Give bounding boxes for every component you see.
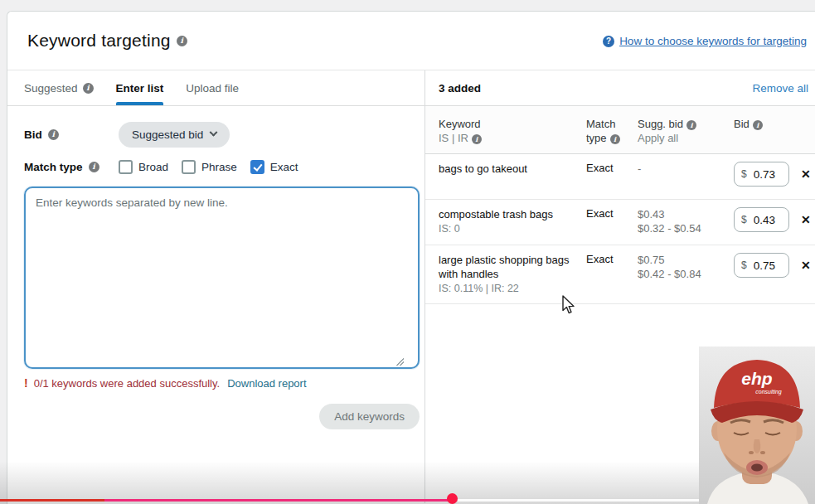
sugg-bid-info-icon[interactable]: i xyxy=(686,120,696,130)
bid-col-info-icon[interactable]: i xyxy=(753,120,763,130)
row-sugg-cell: - xyxy=(638,162,734,176)
row-sugg-bid: $0.43 xyxy=(638,207,734,221)
col-match-line2: typei xyxy=(586,131,638,145)
progress-watched-red xyxy=(0,499,104,502)
bid-input[interactable] xyxy=(754,214,783,226)
col-bid-title-text: Bid xyxy=(734,118,750,130)
apply-all-link[interactable]: Apply all xyxy=(638,131,734,145)
col-keyword-sub: IS | IRi xyxy=(439,131,586,145)
remove-keyword-button[interactable]: ✕ xyxy=(799,212,813,227)
error-text: 0/1 keywords were added successfully. xyxy=(34,377,220,390)
bid-row: Bid i Suggested bid xyxy=(24,122,408,148)
cap-logo-subtext: consulting xyxy=(755,389,782,395)
row-match-type: Exact xyxy=(586,207,638,220)
added-count: 3 added xyxy=(439,82,481,94)
table-row: compostable trash bags IS: 0 Exact $0.43… xyxy=(425,200,815,245)
match-type-info-icon[interactable]: i xyxy=(89,162,99,172)
col-bid: Bidi xyxy=(734,117,807,145)
row-sugg-bid: - xyxy=(638,162,734,176)
match-type-options: Broad Phrase Exact xyxy=(119,160,298,174)
row-sugg-range: $0.42 - $0.84 xyxy=(638,267,734,281)
error-icon: ! xyxy=(24,376,28,390)
tab-bar: Suggested i Enter list Upload file xyxy=(7,70,424,106)
currency-symbol: $ xyxy=(741,259,747,271)
col-match-line1: Match xyxy=(586,117,638,131)
tab-upload-file-label: Upload file xyxy=(186,82,239,94)
keywords-textarea-wrap xyxy=(24,187,408,372)
main-split: Suggested i Enter list Upload file Bid i xyxy=(7,70,815,503)
bid-input[interactable] xyxy=(754,168,783,181)
col-bid-title: Bidi xyxy=(734,117,807,131)
remove-all-link[interactable]: Remove all xyxy=(752,82,808,94)
keywords-textarea[interactable] xyxy=(24,187,420,369)
webcam-overlay: ehp consulting xyxy=(699,346,815,504)
added-keywords-list: bags to go takeout Exact - $ ✕ xyxy=(425,154,815,304)
row-keyword-text: compostable trash bags xyxy=(439,207,586,221)
exact-label: Exact xyxy=(270,161,298,173)
match-type-col-info-icon[interactable]: i xyxy=(610,134,620,144)
row-keyword-stats: IS: 0 xyxy=(439,222,586,236)
row-keyword-cell: large plastic shopping bags with handles… xyxy=(439,253,586,296)
match-type-row: Match type i Broad Phrase xyxy=(24,160,408,174)
help-link-group: ? How to choose keywords for targeting xyxy=(603,35,807,47)
remove-keyword-button[interactable]: ✕ xyxy=(799,258,813,273)
progress-playhead[interactable] xyxy=(447,493,458,504)
keyword-targeting-card: Keyword targeting i ? How to choose keyw… xyxy=(7,11,815,504)
phrase-checkbox-icon xyxy=(182,160,196,174)
col-match-line2-text: type xyxy=(586,132,607,144)
col-is-ir-label: IS | IR xyxy=(439,132,468,144)
table-header: Keyword IS | IRi Match typei Sugg. bidi … xyxy=(425,106,815,154)
chevron-down-icon xyxy=(210,128,218,137)
cap-logo-text: ehp xyxy=(741,369,773,388)
broad-checkbox-icon xyxy=(119,160,133,174)
currency-symbol: $ xyxy=(741,214,747,225)
col-keyword: Keyword IS | IRi xyxy=(439,117,586,145)
remove-keyword-button[interactable]: ✕ xyxy=(799,167,813,182)
bid-input-box: $ xyxy=(734,162,789,187)
row-match-type: Exact xyxy=(586,253,638,265)
title-info-icon[interactable]: i xyxy=(177,36,187,46)
phrase-label: Phrase xyxy=(201,161,237,173)
form-actions: Add keywords xyxy=(24,404,420,429)
row-keyword-text: bags to go takeout xyxy=(439,162,586,176)
row-sugg-bid: $0.75 xyxy=(638,253,734,267)
bid-label: Bid i xyxy=(24,128,119,141)
enter-list-form: Bid i Suggested bid Match type i xyxy=(7,106,424,429)
row-match-type: Exact xyxy=(586,162,638,174)
col-sugg-title-text: Sugg. bid xyxy=(638,118,683,130)
currency-symbol: $ xyxy=(741,168,747,180)
col-sugg-title: Sugg. bidi xyxy=(638,117,734,131)
row-keyword-cell: bags to go takeout xyxy=(439,162,586,176)
row-sugg-range: $0.32 - $0.54 xyxy=(638,221,734,235)
col-match-type: Match typei xyxy=(586,117,638,145)
left-pane: Suggested i Enter list Upload file Bid i xyxy=(7,70,425,503)
tab-enter-list-label: Enter list xyxy=(116,82,164,94)
is-ir-info-icon[interactable]: i xyxy=(472,134,482,144)
col-sugg-bid: Sugg. bidi Apply all xyxy=(638,117,734,145)
tab-enter-list[interactable]: Enter list xyxy=(116,70,164,105)
add-keywords-button[interactable]: Add keywords xyxy=(319,404,420,429)
col-keyword-title: Keyword xyxy=(439,117,586,131)
suggested-bid-dropdown[interactable]: Suggested bid xyxy=(119,122,230,148)
video-progress-bar[interactable] xyxy=(0,496,815,504)
row-keyword-cell: compostable trash bags IS: 0 xyxy=(439,207,586,236)
download-report-link[interactable]: Download report xyxy=(227,377,306,390)
error-message: ! 0/1 keywords were added successfully. … xyxy=(24,376,408,390)
table-row: bags to go takeout Exact - $ ✕ xyxy=(425,154,815,200)
tab-upload-file[interactable]: Upload file xyxy=(186,70,239,105)
bid-input-box: $ xyxy=(734,253,789,278)
bid-input[interactable] xyxy=(754,259,783,272)
mouse-cursor xyxy=(560,295,577,318)
table-row: large plastic shopping bags with handles… xyxy=(425,245,815,304)
row-sugg-cell: $0.75 $0.42 - $0.84 xyxy=(638,253,734,281)
bid-info-icon[interactable]: i xyxy=(48,129,59,140)
tab-suggested[interactable]: Suggested i xyxy=(24,70,94,105)
checkbox-phrase[interactable]: Phrase xyxy=(182,160,237,174)
checkbox-broad[interactable]: Broad xyxy=(119,160,168,174)
card-header: Keyword targeting i ? How to choose keyw… xyxy=(7,12,815,70)
checkbox-exact[interactable]: Exact xyxy=(250,160,298,174)
broad-label: Broad xyxy=(138,161,168,173)
bid-label-text: Bid xyxy=(24,128,42,141)
how-to-choose-keywords-link[interactable]: How to choose keywords for targeting xyxy=(619,35,807,47)
match-type-label-text: Match type xyxy=(24,161,83,173)
